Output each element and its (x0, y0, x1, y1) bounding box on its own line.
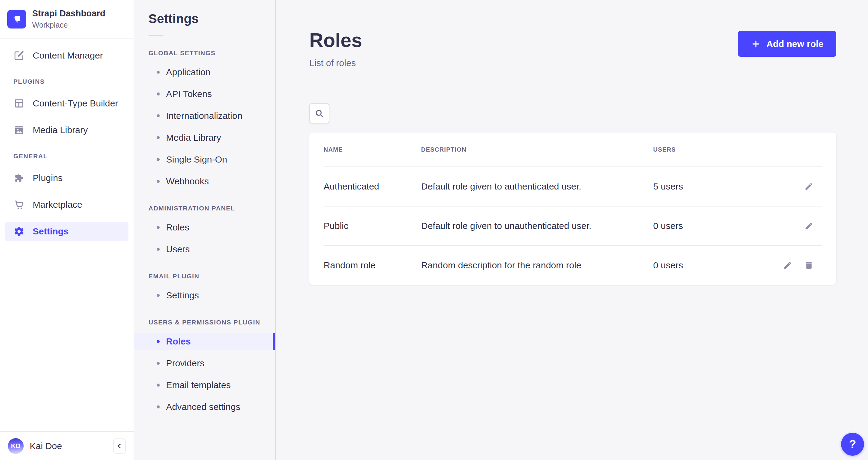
subnav-item-providers[interactable]: Providers (134, 354, 275, 372)
roles-table: NAME DESCRIPTION USERS Authenticated Def… (309, 133, 836, 285)
brand-subtitle: Workplace (32, 21, 105, 29)
subnav-section-users-permissions-plugin: USERS & PERMISSIONS PLUGIN (149, 319, 275, 326)
active-indicator-bar (273, 333, 275, 350)
cell-role-users: 0 users (653, 221, 749, 231)
page-heading: Roles List of roles (309, 30, 362, 68)
main-nav: Content Manager PLUGINS Content-Type Bui… (0, 38, 134, 431)
subnav-item-internationalization[interactable]: Internationalization (134, 107, 275, 125)
bullet-icon (157, 71, 160, 74)
app-root: Strapi Dashboard Workplace Content Manag… (0, 0, 868, 460)
pen-square-icon (13, 50, 25, 61)
subnav-item-admin-users[interactable]: Users (134, 240, 275, 258)
subnav-item-label: API Tokens (166, 89, 212, 99)
subnav-item-email-templates[interactable]: Email templates (134, 376, 275, 394)
subnav-item-up-roles[interactable]: Roles (134, 333, 275, 350)
subnav-item-label: Users (166, 244, 190, 254)
subnav-item-single-sign-on[interactable]: Single Sign-On (134, 151, 275, 168)
add-new-role-button[interactable]: Add new role (738, 31, 836, 57)
sidebar-item-media-library[interactable]: Media Library (5, 120, 128, 140)
subnav-item-label: Webhooks (166, 176, 209, 186)
layout-icon (13, 98, 25, 109)
sidebar-item-marketplace[interactable]: Marketplace (5, 195, 128, 214)
bullet-icon (157, 92, 160, 95)
nav-section-plugins: PLUGINS (13, 78, 134, 85)
table-row-authenticated[interactable]: Authenticated Default role given to auth… (323, 167, 822, 206)
subnav-item-label: Single Sign-On (166, 154, 227, 165)
bullet-icon (157, 294, 160, 297)
settings-subnav: Settings GLOBAL SETTINGS Application API… (134, 0, 276, 460)
help-button[interactable]: ? (841, 433, 864, 456)
sidebar-item-label: Plugins (33, 173, 62, 183)
edit-role-button[interactable] (804, 181, 814, 192)
gear-icon (13, 226, 25, 237)
main-content: Roles List of roles Add new role (276, 0, 868, 460)
pencil-icon (804, 182, 813, 191)
subnav-item-label: Roles (166, 222, 189, 233)
bullet-icon (157, 340, 160, 343)
sidebar-item-content-type-builder[interactable]: Content-Type Builder (5, 94, 128, 113)
search-icon (314, 109, 324, 118)
trash-icon (804, 261, 813, 270)
subnav-item-label: Media Library (166, 133, 221, 143)
bullet-icon (157, 114, 160, 117)
subnav-item-api-tokens[interactable]: API Tokens (134, 85, 275, 103)
content-header: Roles List of roles Add new role (309, 30, 836, 68)
column-header-description: DESCRIPTION (421, 146, 653, 153)
sidebar-item-label: Content-Type Builder (33, 98, 118, 109)
pencil-icon (783, 261, 792, 270)
page-subtitle: List of roles (309, 58, 362, 68)
edit-role-button[interactable] (782, 260, 793, 270)
subnav-item-media-library[interactable]: Media Library (134, 129, 275, 146)
pencil-icon (804, 221, 813, 230)
cart-icon (13, 199, 25, 210)
help-label: ? (849, 438, 856, 451)
strapi-logo-glyph (10, 13, 23, 25)
bullet-icon (157, 158, 160, 161)
subnav-section-email-plugin: EMAIL PLUGIN (149, 272, 275, 280)
sidebar-item-settings[interactable]: Settings (5, 222, 128, 241)
main-sidebar: Strapi Dashboard Workplace Content Manag… (0, 0, 134, 460)
puzzle-icon (13, 172, 25, 184)
avatar[interactable]: KD (8, 438, 24, 454)
sidebar-item-label: Content Manager (33, 50, 103, 61)
bullet-icon (157, 248, 160, 251)
workspace-switcher[interactable]: Strapi Dashboard Workplace (0, 0, 134, 38)
bullet-icon (157, 136, 160, 139)
cell-role-name: Authenticated (323, 181, 421, 192)
subnav-item-webhooks[interactable]: Webhooks (134, 173, 275, 190)
cell-role-users: 5 users (653, 181, 749, 192)
subnav-item-advanced-settings[interactable]: Advanced settings (134, 398, 275, 416)
user-name: Kai Doe (30, 441, 107, 451)
edit-role-button[interactable] (804, 221, 814, 231)
subnav-item-label: Application (166, 67, 211, 77)
sidebar-item-content-manager[interactable]: Content Manager (5, 46, 128, 65)
subnav-item-application[interactable]: Application (134, 63, 275, 81)
table-row-random-role[interactable]: Random role Random description for the r… (323, 245, 822, 285)
plus-icon (751, 39, 761, 49)
bullet-icon (157, 362, 160, 365)
cell-role-description: Default role given to authenticated user… (421, 181, 653, 192)
sidebar-item-plugins[interactable]: Plugins (5, 168, 128, 188)
row-actions (749, 260, 822, 270)
delete-role-button[interactable] (804, 260, 814, 270)
subnav-section-global-settings: GLOBAL SETTINGS (149, 50, 275, 57)
subnav-item-label: Advanced settings (166, 402, 240, 412)
subnav-item-label: Internationalization (166, 111, 242, 121)
nav-section-general: GENERAL (13, 152, 134, 160)
search-button[interactable] (309, 104, 329, 123)
brand-text: Strapi Dashboard Workplace (32, 8, 105, 29)
row-actions (749, 221, 822, 231)
sidebar-item-label: Marketplace (33, 200, 82, 210)
table-row-public[interactable]: Public Default role given to unauthentic… (323, 206, 822, 245)
subnav-item-admin-roles[interactable]: Roles (134, 219, 275, 236)
page-title: Roles (309, 30, 362, 51)
image-icon (13, 124, 25, 136)
subnav-item-email-settings[interactable]: Settings (134, 287, 275, 304)
column-header-name: NAME (323, 146, 421, 153)
subnav-item-label: Email templates (166, 380, 230, 390)
column-header-users: USERS (653, 146, 749, 153)
user-area: KD Kai Doe (0, 431, 134, 460)
collapse-sidebar-button[interactable] (113, 438, 126, 454)
bullet-icon (157, 180, 160, 183)
table-header-row: NAME DESCRIPTION USERS (323, 133, 822, 167)
